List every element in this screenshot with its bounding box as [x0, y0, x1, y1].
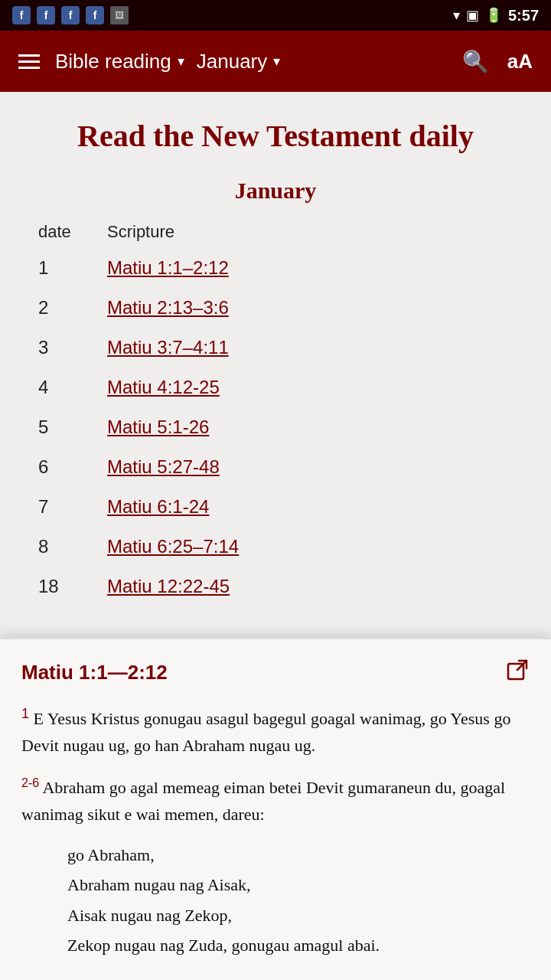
battery-icon: 🔋 — [485, 7, 502, 24]
facebook-icon-4: f — [86, 6, 104, 24]
table-row: 1 Matiu 1:1–2:12 — [38, 248, 513, 288]
facebook-icon-1: f — [12, 6, 31, 24]
month-dropdown-button[interactable]: January ▾ — [197, 50, 281, 74]
scripture-link[interactable]: Matiu 4:12-25 — [107, 377, 220, 398]
scripture-link[interactable]: Matiu 6:25–7:14 — [107, 536, 239, 557]
table-row: 8 Matiu 6:25–7:14 — [38, 527, 513, 567]
scripture-link[interactable]: Matiu 3:7–4:11 — [107, 337, 229, 358]
list-item: Abraham nugau nag Aisak, — [67, 871, 530, 898]
day-number: 1 — [38, 257, 84, 279]
facebook-icon-3: f — [61, 6, 80, 24]
status-bar-left: f f f f 🖼 — [12, 6, 129, 24]
verse-1-number: 1 — [21, 706, 29, 721]
table-header: date Scripture — [38, 216, 513, 248]
scripture-link[interactable]: Matiu 1:1–2:12 — [107, 257, 229, 279]
signal-icon: ▣ — [466, 7, 479, 24]
table-row: 18 Matiu 12:22-45 — [38, 567, 513, 597]
day-number: 7 — [38, 496, 84, 518]
bible-reading-dropdown-button[interactable]: Bible reading ▾ — [55, 50, 184, 74]
list-item: Aisak nugau nag Zekop, — [67, 902, 530, 929]
day-number: 8 — [38, 536, 84, 557]
search-button[interactable]: 🔍 — [459, 46, 492, 77]
table-row: 7 Matiu 6:1-24 — [38, 487, 513, 527]
status-bar: f f f f 🖼 ▾ ▣ 🔋 5:57 — [0, 0, 551, 31]
header-scripture: Scripture — [107, 222, 513, 242]
main-content: Read the New Testament daily January dat… — [0, 92, 551, 567]
month-section-label: January — [38, 178, 513, 204]
verse-26-paragraph: 2-6 Abraham go agal memeag eiman betei D… — [21, 773, 530, 828]
toolbar-title-label: Bible reading — [55, 50, 171, 74]
external-link-icon — [505, 663, 530, 687]
verse-1-text: E Yesus Kristus gonugau asagul bagegul g… — [21, 709, 510, 755]
table-row: 4 Matiu 4:12-25 — [38, 368, 513, 407]
status-bar-right: ▾ ▣ 🔋 5:57 — [453, 7, 539, 24]
wifi-icon: ▾ — [453, 7, 460, 24]
table-row: 2 Matiu 2:13–3:6 — [38, 288, 513, 328]
panel-list: go Abraham, Abraham nugau nag Aisak, Ais… — [67, 841, 530, 959]
day-number: 2 — [38, 297, 84, 318]
title-dropdown-arrow: ▾ — [178, 53, 184, 70]
scripture-link[interactable]: Matiu 5:27-48 — [107, 456, 220, 478]
facebook-icon-2: f — [37, 6, 55, 24]
table-row: 6 Matiu 5:27-48 — [38, 447, 513, 487]
header-date: date — [38, 222, 84, 242]
toolbar-month-label: January — [197, 50, 268, 74]
panel-header: Matiu 1:1—2:12 — [21, 658, 530, 688]
list-item: Zekop nugau nag Zuda, gonugau amagul aba… — [67, 932, 530, 959]
font-size-button[interactable]: aA — [504, 46, 536, 77]
day-number: 18 — [38, 576, 84, 597]
toolbar: Bible reading ▾ January ▾ 🔍 aA — [0, 31, 551, 92]
day-number: 6 — [38, 456, 84, 478]
search-icon: 🔍 — [462, 50, 489, 74]
scripture-link[interactable]: Matiu 2:13–3:6 — [107, 297, 229, 318]
page-title: Read the New Testament daily — [38, 116, 513, 156]
panel-title: Matiu 1:1—2:12 — [21, 661, 168, 684]
scripture-link[interactable]: Matiu 12:22-45 — [107, 576, 230, 597]
status-time: 5:57 — [508, 7, 539, 24]
month-dropdown-arrow: ▾ — [273, 53, 280, 70]
font-icon: aA — [507, 50, 533, 73]
day-number: 4 — [38, 377, 84, 398]
day-number: 3 — [38, 337, 84, 358]
verse-26-text: Abraham go agal memeag eiman betei Devit… — [21, 778, 505, 824]
verse-1-paragraph: 1 E Yesus Kristus gonugau asagul bagegul… — [21, 703, 530, 760]
scripture-link[interactable]: Matiu 6:1-24 — [107, 496, 209, 518]
reading-panel: Matiu 1:1—2:12 1 E Yesus Kristus gonugau… — [0, 638, 551, 980]
panel-body: 1 E Yesus Kristus gonugau asagul bagegul… — [21, 703, 530, 959]
table-row: 5 Matiu 5:1-26 — [38, 407, 513, 447]
scripture-link[interactable]: Matiu 5:1-26 — [107, 416, 209, 438]
table-row: 3 Matiu 3:7–4:11 — [38, 328, 513, 368]
list-item: go Abraham, — [67, 841, 530, 868]
day-number: 5 — [38, 416, 84, 438]
verse-26-number: 2-6 — [21, 776, 39, 789]
image-icon: 🖼 — [110, 6, 129, 24]
bottom-reading-row: 18 Matiu 12:22-45 — [0, 567, 551, 597]
reading-list: 1 Matiu 1:1–2:12 2 Matiu 2:13–3:6 3 Mati… — [38, 248, 513, 567]
menu-button[interactable] — [15, 51, 43, 72]
open-external-button[interactable] — [505, 658, 530, 688]
